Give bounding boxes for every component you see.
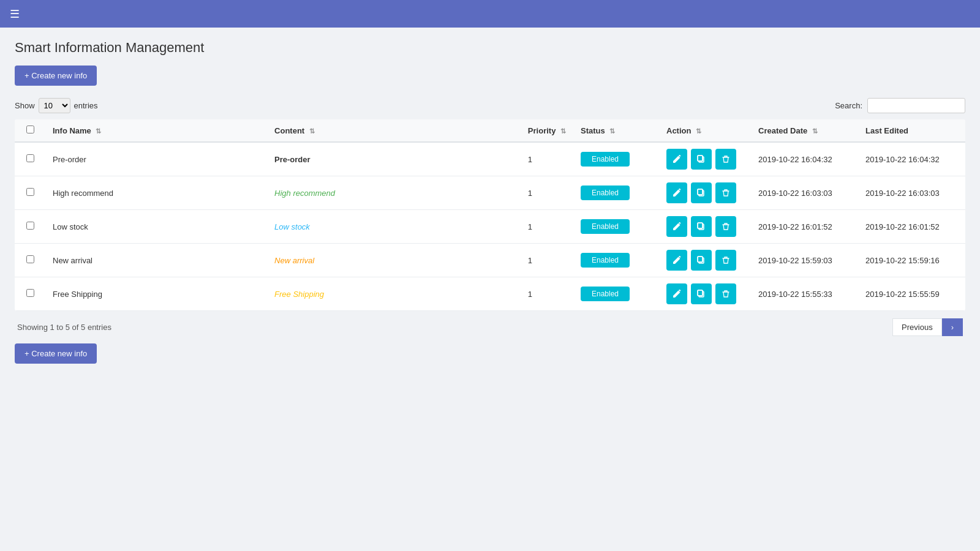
next-button[interactable]: › [942, 318, 963, 336]
delete-button[interactable] [715, 216, 736, 237]
row-status: Enabled [573, 176, 659, 210]
sort-icon-action: ⇅ [696, 127, 701, 135]
row-checkbox-3[interactable] [26, 255, 34, 263]
edit-button[interactable] [666, 250, 687, 271]
table-row: Low stock Low stock 1 Enabled [15, 210, 965, 244]
row-priority: 1 [521, 176, 573, 210]
show-label: Show [15, 101, 35, 110]
main-content: Smart Information Management + Create ne… [0, 28, 980, 551]
row-checkbox-cell [15, 244, 45, 277]
row-last-edited: 2019-10-22 16:03:03 [858, 176, 965, 210]
info-table: Info Name ⇅ Content ⇅ Priority ⇅ Status … [15, 119, 965, 311]
row-info-name: New arrival [45, 244, 267, 277]
row-checkbox-cell [15, 277, 45, 311]
row-created-date: 2019-10-22 15:55:33 [751, 277, 858, 311]
select-all-checkbox[interactable] [26, 126, 34, 133]
row-content: New arrival [267, 244, 521, 277]
row-checkbox-cell [15, 210, 45, 244]
row-content: Free Shipping [267, 277, 521, 311]
header-priority[interactable]: Priority ⇅ [521, 119, 573, 142]
previous-button[interactable]: Previous [892, 318, 942, 336]
status-toggle-button[interactable]: Enabled [581, 186, 630, 200]
svg-rect-13 [698, 290, 703, 296]
svg-rect-1 [698, 156, 703, 161]
header-status[interactable]: Status ⇅ [573, 119, 659, 142]
row-checkbox-1[interactable] [26, 188, 34, 196]
row-checkbox-0[interactable] [26, 154, 34, 162]
header-created-date[interactable]: Created Date ⇅ [751, 119, 858, 142]
create-new-info-button-bottom[interactable]: + Create new info [15, 343, 97, 364]
copy-button[interactable] [691, 182, 712, 203]
row-status: Enabled [573, 210, 659, 244]
row-info-name: Low stock [45, 210, 267, 244]
table-header-row: Info Name ⇅ Content ⇅ Priority ⇅ Status … [15, 119, 965, 142]
row-priority: 1 [521, 210, 573, 244]
row-last-edited: 2019-10-22 16:04:32 [858, 142, 965, 176]
entries-info: Showing 1 to 5 of 5 entries [17, 323, 111, 332]
table-footer: Showing 1 to 5 of 5 entries Previous › [15, 311, 965, 343]
row-status: Enabled [573, 142, 659, 176]
edit-button[interactable] [666, 283, 687, 304]
row-action [659, 176, 751, 210]
row-content: Pre-order [267, 142, 521, 176]
copy-button[interactable] [691, 250, 712, 271]
row-checkbox-cell [15, 176, 45, 210]
sort-icon-info-name: ⇅ [96, 127, 101, 135]
svg-rect-4 [698, 189, 703, 195]
status-toggle-button[interactable]: Enabled [581, 253, 630, 268]
row-priority: 1 [521, 244, 573, 277]
table-row: Free Shipping Free Shipping 1 Enabled [15, 277, 965, 311]
delete-button[interactable] [715, 182, 736, 203]
status-toggle-button[interactable]: Enabled [581, 219, 630, 234]
copy-button[interactable] [691, 283, 712, 304]
header-content[interactable]: Content ⇅ [267, 119, 521, 142]
table-wrapper: Info Name ⇅ Content ⇅ Priority ⇅ Status … [15, 119, 965, 311]
row-checkbox-4[interactable] [26, 289, 34, 297]
sort-icon-priority: ⇅ [560, 127, 566, 135]
search-box: Search: [835, 98, 965, 113]
copy-button[interactable] [691, 149, 712, 170]
table-row: New arrival New arrival 1 Enabled [15, 244, 965, 277]
row-created-date: 2019-10-22 16:03:03 [751, 176, 858, 210]
delete-button[interactable] [715, 149, 736, 170]
sort-icon-status: ⇅ [609, 127, 615, 135]
sort-icon-created: ⇅ [812, 127, 818, 135]
row-priority: 1 [521, 277, 573, 311]
copy-button[interactable] [691, 216, 712, 237]
row-last-edited: 2019-10-22 15:55:59 [858, 277, 965, 311]
status-toggle-button[interactable]: Enabled [581, 287, 630, 301]
row-status: Enabled [573, 244, 659, 277]
svg-rect-7 [698, 223, 703, 228]
controls-row: Show 10 25 50 100 entries Search: [15, 98, 965, 113]
header-last-edited[interactable]: Last Edited [858, 119, 965, 142]
status-toggle-button[interactable]: Enabled [581, 152, 630, 167]
table-row: High recommend High recommend 1 Enabled [15, 176, 965, 210]
menu-icon[interactable]: ☰ [10, 7, 20, 21]
edit-button[interactable] [666, 182, 687, 203]
row-info-name: Free Shipping [45, 277, 267, 311]
create-new-info-button-top[interactable]: + Create new info [15, 66, 97, 86]
row-info-name: Pre-order [45, 142, 267, 176]
row-checkbox-2[interactable] [26, 222, 34, 230]
row-action [659, 210, 751, 244]
sort-icon-content: ⇅ [309, 127, 315, 135]
show-entries-control: Show 10 25 50 100 entries [15, 98, 98, 113]
header-checkbox [15, 119, 45, 142]
topbar: ☰ [0, 0, 980, 28]
row-checkbox-cell [15, 142, 45, 176]
svg-rect-10 [698, 257, 703, 262]
edit-button[interactable] [666, 216, 687, 237]
delete-button[interactable] [715, 283, 736, 304]
entries-select[interactable]: 10 25 50 100 [39, 98, 70, 113]
header-info-name[interactable]: Info Name ⇅ [45, 119, 267, 142]
row-last-edited: 2019-10-22 16:01:52 [858, 210, 965, 244]
edit-button[interactable] [666, 149, 687, 170]
search-input[interactable] [867, 98, 965, 113]
delete-button[interactable] [715, 250, 736, 271]
pagination: Previous › [892, 318, 963, 336]
row-created-date: 2019-10-22 15:59:03 [751, 244, 858, 277]
row-status: Enabled [573, 277, 659, 311]
header-action[interactable]: Action ⇅ [659, 119, 751, 142]
row-last-edited: 2019-10-22 15:59:16 [858, 244, 965, 277]
row-content: High recommend [267, 176, 521, 210]
